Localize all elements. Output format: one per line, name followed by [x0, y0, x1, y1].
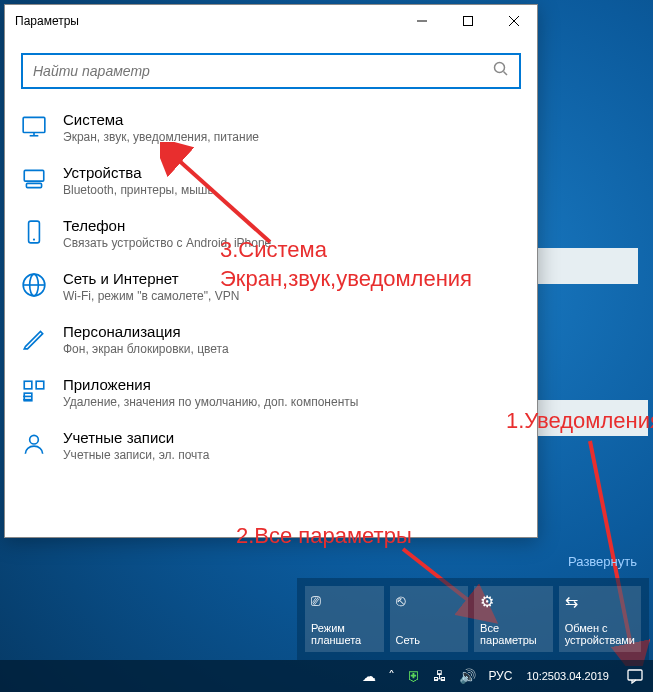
svg-line-5	[504, 72, 508, 76]
tray-network-icon[interactable]: 🖧	[427, 660, 453, 692]
svg-rect-17	[36, 381, 44, 389]
tile-tablet-mode[interactable]: ⎚ Режим планшета	[305, 586, 384, 652]
svg-point-21	[30, 435, 39, 444]
maximize-button[interactable]	[445, 5, 491, 37]
clock-date: 03.04.2019	[554, 670, 609, 683]
item-title: Телефон	[63, 217, 521, 234]
settings-item-personalization[interactable]: Персонализация Фон, экран блокировки, цв…	[5, 313, 537, 366]
tablet-icon: ⎚	[311, 592, 378, 610]
expand-link[interactable]: Развернуть	[568, 554, 637, 569]
taskbar: ☁ ˄ ⛨ 🖧 🔊 РУС 10:25 03.04.2019	[0, 660, 653, 692]
share-icon: ⇆	[565, 592, 635, 611]
item-title: Приложения	[63, 376, 521, 393]
network-icon	[21, 272, 47, 298]
settings-item-phone[interactable]: Телефон Связать устройство с Android, iP…	[5, 207, 537, 260]
clock-time: 10:25	[526, 670, 554, 683]
gear-icon: ⚙	[480, 592, 547, 611]
svg-rect-9	[24, 170, 44, 181]
item-desc: Удаление, значения по умолчанию, доп. ко…	[63, 395, 521, 409]
tile-label: Все параметры	[480, 622, 547, 646]
search-icon	[493, 61, 509, 81]
system-icon	[21, 113, 47, 139]
svg-rect-16	[24, 381, 32, 389]
settings-item-apps[interactable]: Приложения Удаление, значения по умолчан…	[5, 366, 537, 419]
settings-list: Система Экран, звук, уведомления, питани…	[5, 97, 537, 476]
personalization-icon	[21, 325, 47, 351]
tile-label: Обмен с устройствами	[565, 622, 635, 646]
phone-icon	[21, 219, 47, 245]
tile-all-settings[interactable]: ⚙ Все параметры	[474, 586, 553, 652]
tray-language[interactable]: РУС	[482, 660, 518, 692]
tray-security-icon[interactable]: ⛨	[401, 660, 427, 692]
svg-rect-6	[23, 117, 45, 132]
search-box[interactable]	[21, 53, 521, 89]
tile-label: Сеть	[396, 634, 463, 646]
svg-rect-1	[464, 17, 473, 26]
settings-window: Параметры Система	[4, 4, 538, 538]
tray-chevron-up-icon[interactable]: ˄	[382, 660, 401, 692]
close-button[interactable]	[491, 5, 537, 37]
item-title: Персонализация	[63, 323, 521, 340]
tile-network[interactable]: ⎋ Сеть	[390, 586, 469, 652]
settings-item-system[interactable]: Система Экран, звук, уведомления, питани…	[5, 101, 537, 154]
item-title: Учетные записи	[63, 429, 521, 446]
devices-icon	[21, 166, 47, 192]
tray-volume-icon[interactable]: 🔊	[453, 660, 482, 692]
titlebar[interactable]: Параметры	[5, 5, 537, 37]
svg-point-12	[33, 239, 35, 241]
item-desc: Экран, звук, уведомления, питание	[63, 130, 521, 144]
settings-item-accounts[interactable]: Учетные записи Учетные записи, эл. почта	[5, 419, 537, 472]
item-title: Сеть и Интернет	[63, 270, 521, 287]
item-desc: Связать устройство с Android, iPhone	[63, 236, 521, 250]
item-desc: Wi-Fi, режим "в самолете", VPN	[63, 289, 521, 303]
svg-rect-28	[628, 670, 642, 680]
search-input[interactable]	[33, 63, 493, 79]
wifi-icon: ⎋	[396, 592, 463, 610]
apps-icon	[21, 378, 47, 404]
tile-share[interactable]: ⇆ Обмен с устройствами	[559, 586, 641, 652]
item-desc: Фон, экран блокировки, цвета	[63, 342, 521, 356]
minimize-button[interactable]	[399, 5, 445, 37]
settings-item-network[interactable]: Сеть и Интернет Wi-Fi, режим "в самолете…	[5, 260, 537, 313]
item-desc: Учетные записи, эл. почта	[63, 448, 521, 462]
svg-point-4	[495, 63, 505, 73]
action-center: Развернуть ⎚ Режим планшета ⎋ Сеть ⚙ Все…	[297, 578, 649, 660]
tray-clock[interactable]: 10:25 03.04.2019	[518, 660, 617, 692]
window-title: Параметры	[15, 14, 79, 28]
item-title: Система	[63, 111, 521, 128]
item-title: Устройства	[63, 164, 521, 181]
tray-onedrive-icon[interactable]: ☁	[356, 660, 382, 692]
settings-item-devices[interactable]: Устройства Bluetooth, принтеры, мышь	[5, 154, 537, 207]
item-desc: Bluetooth, принтеры, мышь	[63, 183, 521, 197]
notification-center-button[interactable]	[617, 660, 653, 692]
svg-rect-10	[26, 183, 41, 187]
tile-label: Режим планшета	[311, 622, 378, 646]
accounts-icon	[21, 431, 47, 457]
